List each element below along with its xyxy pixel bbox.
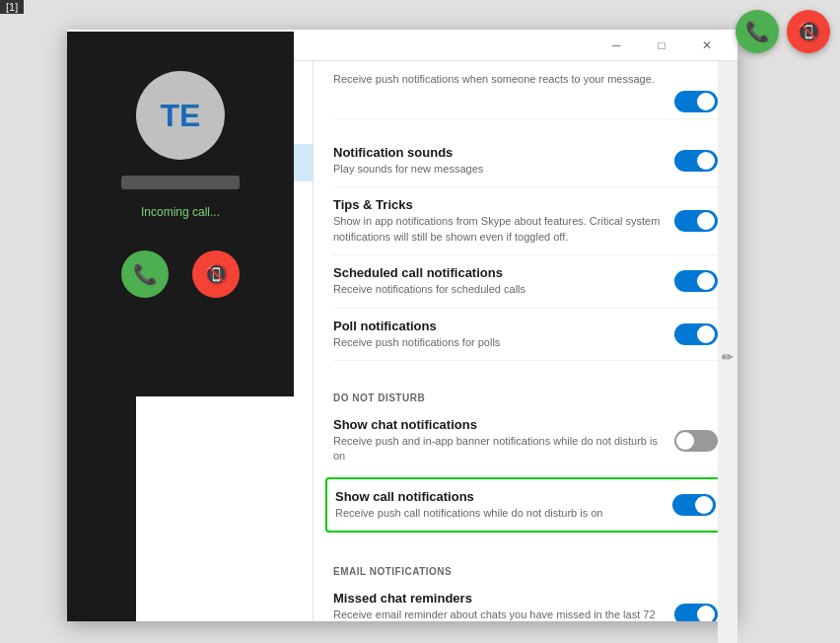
window-tag: [1] [0, 0, 24, 14]
notification-sounds-name: Notification sounds [333, 145, 674, 160]
tips-tricks-name: Tips & Tricks [333, 197, 674, 212]
edit-icon-bar: ✏ [718, 61, 737, 621]
notification-sounds-row: Notification sounds Play sounds for new … [333, 135, 718, 187]
accept-icon: 📞 [133, 262, 158, 286]
scheduled-call-info: Scheduled call notifications Receive not… [333, 265, 674, 297]
show-chat-notifications-toggle[interactable] [674, 430, 718, 452]
show-chat-notifications-info: Show chat notifications Receive push and… [333, 417, 674, 464]
accept-phone-icon: 📞 [745, 20, 770, 43]
poll-notifications-row: Poll notifications Receive push notifica… [333, 309, 718, 361]
float-call-buttons: 📞 📵 [735, 10, 830, 53]
missed-chat-reminders-row: Missed chat reminders Receive email remi… [333, 581, 718, 621]
notification-sounds-desc: Play sounds for new messages [333, 162, 668, 177]
email-section-title: EMAIL NOTIFICATIONS [333, 558, 718, 581]
skype-minimize-button[interactable]: ─ [594, 30, 639, 61]
poll-notifications-desc: Receive push notifications for polls [333, 335, 668, 350]
tips-tricks-desc: Show in app notifications from Skype abo… [333, 214, 668, 245]
show-call-notifications-toggle[interactable] [672, 494, 716, 516]
scheduled-call-row: Scheduled call notifications Receive not… [333, 255, 718, 308]
float-accept-button[interactable]: 📞 [735, 10, 779, 53]
poll-notifications-name: Poll notifications [333, 319, 674, 333]
poll-notifications-info: Poll notifications Receive push notifica… [333, 319, 674, 350]
email-notifications-section: EMAIL NOTIFICATIONS Missed chat reminder… [333, 542, 718, 621]
scheduled-call-desc: Receive notifications for scheduled call… [333, 282, 668, 297]
incoming-call-overlay: TE Incoming call... 📞 📵 [67, 32, 294, 396]
do-not-disturb-section: DO NOT DISTURB Show chat notifications R… [333, 369, 718, 542]
tips-tricks-toggle[interactable] [674, 210, 718, 232]
call-status: Incoming call... [141, 205, 220, 219]
scheduled-call-name: Scheduled call notifications [333, 265, 674, 280]
dnd-section-title: DO NOT DISTURB [333, 385, 718, 407]
accept-call-button[interactable]: 📞 [121, 250, 169, 298]
show-chat-notifications-row: Show chat notifications Receive push and… [333, 407, 718, 475]
top-note: Receive push notifications when someone … [333, 61, 718, 119]
skype-maximize-button[interactable]: □ [639, 30, 684, 61]
notification-sounds-toggle[interactable] [674, 150, 718, 172]
call-action-buttons: 📞 📵 [121, 250, 240, 298]
show-call-notifications-row: Show call notifications Receive push cal… [325, 477, 726, 533]
desktop: [1] 📞 📵 TE Incoming call... 📞 📵 S Skype [0, 0, 840, 643]
caller-avatar: TE [136, 71, 225, 160]
settings-panel: Receive push notifications when someone … [314, 61, 737, 621]
scheduled-call-toggle[interactable] [674, 270, 718, 292]
tips-tricks-info: Tips & Tricks Show in app notifications … [333, 197, 674, 245]
skype-close-button[interactable]: ✕ [684, 30, 730, 61]
show-call-notifications-desc: Receive push call notifications while do… [335, 506, 670, 521]
show-call-notifications-info: Show call notifications Receive push cal… [335, 489, 672, 521]
missed-chat-reminders-desc: Receive email reminder about chats you h… [333, 607, 668, 621]
decline-call-button[interactable]: 📵 [192, 250, 240, 298]
show-chat-notifications-name: Show chat notifications [333, 417, 674, 432]
float-decline-button[interactable]: 📵 [787, 10, 830, 53]
missed-chat-reminders-info: Missed chat reminders Receive email remi… [333, 591, 674, 621]
show-call-notifications-name: Show call notifications [335, 489, 672, 504]
decline-phone-icon: 📵 [797, 20, 821, 43]
missed-chat-reminders-toggle[interactable] [674, 604, 718, 621]
missed-chat-reminders-name: Missed chat reminders [333, 591, 674, 606]
tips-tricks-row: Tips & Tricks Show in app notifications … [333, 187, 718, 255]
reactions-toggle[interactable] [674, 91, 718, 112]
general-section: Notification sounds Play sounds for new … [333, 119, 718, 369]
notification-sounds-info: Notification sounds Play sounds for new … [333, 145, 674, 177]
caller-name-bar [121, 176, 240, 189]
top-note-text: Receive push notifications when someone … [333, 73, 718, 85]
poll-notifications-toggle[interactable] [674, 323, 718, 345]
decline-icon: 📵 [204, 262, 229, 286]
skype-window-controls: ─ □ ✕ [594, 30, 730, 61]
edit-icon[interactable]: ✏ [722, 349, 734, 365]
show-chat-notifications-desc: Receive push and in-app banner notificat… [333, 434, 668, 464]
